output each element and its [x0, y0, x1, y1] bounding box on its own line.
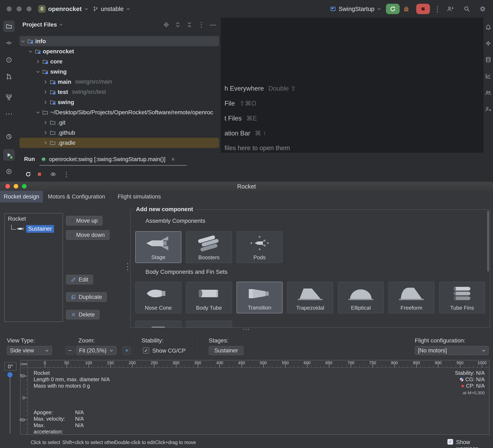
component-button-elliptical[interactable]: Elliptical [338, 282, 384, 313]
tree-item-github[interactable]: .github [18, 128, 221, 138]
rotation-slider-track[interactable] [10, 373, 10, 434]
cg-icon [459, 377, 464, 382]
tree-item-label: swing [58, 99, 74, 106]
sidebar-item-gradle[interactable] [485, 73, 492, 79]
tree-item-git[interactable]: .git [18, 117, 221, 128]
run-more-options-button[interactable]: ⋮ [62, 170, 70, 178]
tree-item-swing-folder[interactable]: swing [18, 97, 221, 107]
sidebar-item-run[interactable] [3, 149, 15, 161]
collapse-handle[interactable]: ⋯ [0, 326, 493, 333]
sidebar-item-more[interactable]: ⋯ [3, 108, 15, 120]
tab-flight-simulations[interactable]: Flight simulations [110, 191, 168, 202]
tree-item-test[interactable]: test swing/src/test [18, 87, 221, 97]
show-cgcp-checkbox[interactable]: ✓ [143, 347, 149, 354]
zoom-out-button[interactable]: − [66, 346, 74, 355]
delete-button[interactable]: Delete [66, 310, 100, 319]
sidebar-item-commit[interactable] [3, 37, 15, 49]
tree-item-label: test [58, 89, 68, 95]
run-tab[interactable]: openrocket:swing [:swing:SwingStartup.ma… [41, 155, 175, 164]
section-assembly-components: Assembly Components [146, 218, 205, 224]
view-type-dropdown[interactable]: Side view [7, 346, 52, 355]
tree-item-sustainer[interactable]: Sustainer [26, 225, 54, 233]
move-up-button[interactable]: ↑ Move up [66, 216, 102, 225]
sidebar-item-help[interactable] [3, 54, 15, 66]
sidebar-item-structure[interactable] [3, 91, 15, 103]
git-branch-widget[interactable]: unstable [93, 4, 130, 14]
settings-button[interactable] [478, 4, 487, 13]
tab-motors-configuration[interactable]: Motors & Configuration [43, 191, 110, 202]
sidebar-item-pull-requests[interactable] [3, 71, 15, 82]
scrollbar-thumb[interactable] [487, 211, 489, 272]
expand-all-icon[interactable] [175, 22, 181, 28]
debug-button[interactable] [402, 4, 411, 13]
chevron-right-icon [43, 131, 48, 135]
sidebar-item-notifications[interactable] [485, 24, 492, 31]
component-button-freeform[interactable]: Freeform [388, 282, 435, 313]
sidebar-item-coverage[interactable] [3, 131, 15, 142]
chevron-down-icon [45, 349, 49, 353]
hide-panel-icon[interactable]: — [210, 21, 216, 28]
collapse-all-icon[interactable] [186, 22, 192, 28]
project-problems-badge: 0 [38, 5, 46, 13]
sidebar-item-collaboration[interactable] [485, 90, 492, 96]
locate-file-icon[interactable] [163, 22, 169, 28]
stage-toggle-sustainer[interactable]: Sustainer [209, 346, 244, 355]
run-configuration-widget[interactable]: SwingStartup [330, 4, 381, 14]
close-icon[interactable] [171, 157, 175, 162]
code-with-me-button[interactable] [446, 4, 455, 13]
stability-label: Stability: [142, 337, 164, 344]
run-config-app-icon [330, 6, 336, 12]
rotation-slider-knob[interactable] [7, 372, 13, 377]
zoom-in-button[interactable]: + [123, 346, 131, 355]
component-button-boosters[interactable]: Boosters [186, 231, 232, 263]
stop-button[interactable] [416, 4, 430, 14]
panel-options-icon[interactable]: ⋮ [198, 21, 205, 29]
flight-configuration-dropdown[interactable]: [No motors] [415, 346, 489, 355]
module-folder-icon [50, 99, 56, 105]
project-widget[interactable]: 0 openrocket [38, 4, 88, 14]
edit-button[interactable]: Edit [66, 275, 93, 284]
tree-root-label[interactable]: Rocket [8, 216, 26, 222]
component-button-transition[interactable]: Transition [236, 282, 283, 313]
search-everywhere-button[interactable] [462, 4, 471, 13]
tree-item-core[interactable]: core [18, 56, 221, 66]
tree-item-main[interactable]: main swing/src/main [18, 77, 221, 87]
tree-item-info[interactable]: info [20, 36, 219, 46]
ide-zoom-button[interactable] [27, 6, 32, 11]
soft-wrap-button[interactable] [49, 170, 57, 178]
run-button[interactable] [386, 4, 400, 14]
tab-rocket-design[interactable]: Rocket design [0, 191, 43, 202]
component-button-trapezoidal[interactable]: Trapezoidal [287, 282, 333, 313]
tree-item-remote-path[interactable]: ~/Desktop/Sibo/Projects/OpenRocket/Softw… [18, 107, 221, 117]
stop-icon [36, 171, 43, 177]
more-actions-button[interactable]: ⋮ [433, 4, 442, 13]
show-warnings-checkbox[interactable]: ✓ [447, 439, 453, 445]
folder-icon [50, 130, 56, 136]
rerun-button[interactable] [24, 170, 32, 178]
button-label: Move up [76, 218, 98, 224]
sidebar-item-services[interactable] [3, 166, 15, 177]
button-label: Delete [79, 312, 95, 318]
component-button-body-tube[interactable]: Body Tube [186, 282, 232, 313]
component-button-pods[interactable]: Pods [236, 231, 283, 263]
tree-item-swing[interactable]: swing [18, 66, 221, 77]
duplicate-button[interactable]: Duplicate [66, 292, 107, 302]
component-button-tube-fins[interactable]: Tube Fins [439, 282, 485, 313]
ide-main-toolbar: 0 openrocket unstable SwingStartup ⋮ [0, 0, 493, 18]
tree-item-gradle[interactable]: .gradle [20, 138, 219, 148]
add-user-icon [447, 6, 454, 12]
sidebar-item-project[interactable] [3, 21, 15, 32]
sidebar-item-database[interactable] [485, 56, 492, 63]
ide-close-button[interactable] [7, 6, 12, 11]
rocket-component-tree: Rocket Sustainer [4, 213, 63, 322]
stop-process-button[interactable] [35, 170, 44, 178]
move-down-button[interactable]: ↓ Move down [66, 230, 110, 240]
delete-x-icon [71, 312, 76, 317]
ide-minimize-button[interactable] [17, 6, 22, 11]
sidebar-item-ai-assistant[interactable] [485, 40, 492, 47]
sidebar-item-share[interactable] [485, 106, 492, 112]
tree-item-openrocket[interactable]: openrocket [18, 46, 221, 56]
zoom-dropdown[interactable]: Fit (20,5%) [76, 346, 117, 355]
component-button-stage[interactable]: Stage [135, 231, 181, 263]
component-button-nose-cone[interactable]: Nose Cone [135, 282, 181, 313]
